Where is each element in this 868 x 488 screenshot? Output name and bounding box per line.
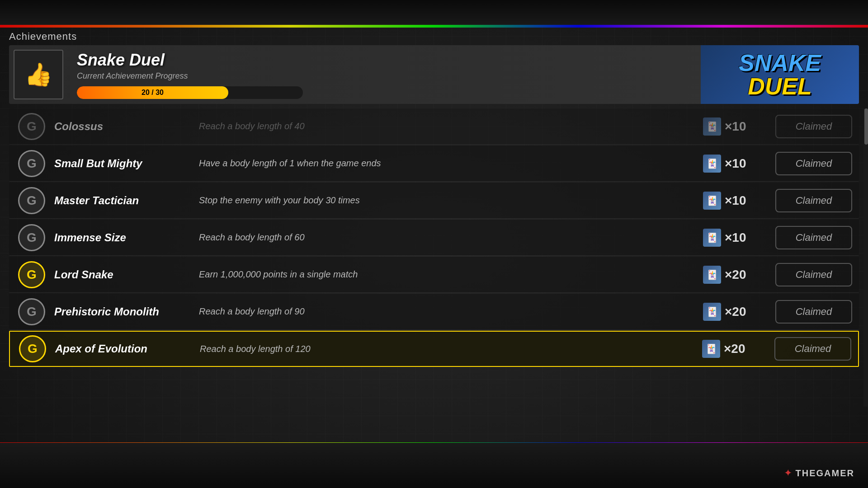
achievement-reward-apex-of-evolution: 🃏 ×20 xyxy=(702,340,774,358)
header-card: 👍 Snake Duel Current Achievement Progres… xyxy=(9,45,859,104)
reward-icon-lord-snake: 🃏 xyxy=(703,266,721,284)
achievement-icon-circle-apex-of-evolution: G xyxy=(19,335,46,362)
thegamer-icon: ✦ xyxy=(784,467,792,479)
achievement-icon-circle-small-but-mighty: G xyxy=(18,150,45,177)
game-title: Snake Duel xyxy=(77,51,692,70)
reward-count-colossus: ×10 xyxy=(725,119,746,134)
achievement-icon-master-tactician: G xyxy=(16,185,47,216)
achievement-icon-lord-snake: G xyxy=(16,259,47,291)
achievement-row-small-but-mighty: G Small But Mighty Have a body length of… xyxy=(9,145,859,182)
game-logo: SNAKE DUEL xyxy=(701,45,859,104)
achievement-row-prehistoric-monolith: G Prehistoric Monolith Reach a body leng… xyxy=(9,294,859,330)
achievement-name-master-tactician: Master Tactician xyxy=(54,194,190,207)
bottom-bar xyxy=(0,443,868,488)
achievement-icon-apex-of-evolution: G xyxy=(17,333,48,365)
achievement-name-lord-snake: Lord Snake xyxy=(54,268,190,281)
achievement-row-immense-size: G Immense Size Reach a body length of 60… xyxy=(9,220,859,256)
logo-line2: DUEL xyxy=(739,75,821,98)
achievement-icon-circle-master-tactician: G xyxy=(18,187,45,214)
progress-container: 20 / 30 xyxy=(77,86,692,99)
achievement-reward-master-tactician: 🃏 ×10 xyxy=(703,192,775,210)
top-bar xyxy=(0,0,868,27)
reward-count-master-tactician: ×10 xyxy=(725,193,746,208)
achievement-row-colossus: G Colossus Reach a body length of 40 🃏 ×… xyxy=(9,108,859,145)
logo-line1: SNAKE xyxy=(739,51,821,75)
achievement-desc-prehistoric-monolith: Reach a body length of 90 xyxy=(190,306,703,317)
achievement-row-lord-snake: G Lord Snake Earn 1,000,000 points in a … xyxy=(9,257,859,293)
reward-icon-colossus: 🃏 xyxy=(703,117,721,136)
progress-bar-fill: 20 / 30 xyxy=(77,86,228,99)
reward-icon-master-tactician: 🃏 xyxy=(703,192,721,210)
achievement-reward-immense-size: 🃏 ×10 xyxy=(703,229,775,247)
reward-count-apex-of-evolution: ×20 xyxy=(724,342,745,356)
thegamer-text: THEGAMER xyxy=(796,468,854,479)
game-icon: 👍 xyxy=(14,50,63,99)
achievement-desc-colossus: Reach a body length of 40 xyxy=(190,121,703,131)
achievement-row-master-tactician: G Master Tactician Stop the enemy with y… xyxy=(9,183,859,219)
reward-icon-prehistoric-monolith: 🃏 xyxy=(703,303,721,321)
claimed-button-lord-snake[interactable]: Claimed xyxy=(775,263,852,286)
achievement-icon-circle-lord-snake: G xyxy=(18,261,45,288)
achievement-icon-circle-prehistoric-monolith: G xyxy=(18,298,45,325)
achievement-desc-small-but-mighty: Have a body length of 1 when the game en… xyxy=(190,158,703,169)
color-strip-top xyxy=(0,25,868,28)
achievement-reward-colossus: 🃏 ×10 xyxy=(703,117,775,136)
achievement-desc-master-tactician: Stop the enemy with your body 30 times xyxy=(190,195,703,206)
achievement-name-immense-size: Immense Size xyxy=(54,231,190,244)
achievement-name-prehistoric-monolith: Prehistoric Monolith xyxy=(54,305,190,318)
achievement-name-colossus: Colossus xyxy=(54,120,190,133)
logo-text: SNAKE DUEL xyxy=(739,51,821,98)
reward-count-small-but-mighty: ×10 xyxy=(725,156,746,171)
claimed-button-master-tactician[interactable]: Claimed xyxy=(775,189,852,212)
achievement-subtitle: Current Achievement Progress xyxy=(77,71,692,81)
progress-label: 20 / 30 xyxy=(142,89,164,97)
achievement-icon-small-but-mighty: G xyxy=(16,148,47,179)
achievement-desc-lord-snake: Earn 1,000,000 points in a single match xyxy=(190,269,703,280)
reward-icon-apex-of-evolution: 🃏 xyxy=(702,340,720,358)
header-text-area: Snake Duel Current Achievement Progress … xyxy=(68,46,701,103)
achievement-icon-immense-size: G xyxy=(16,222,47,253)
achievement-name-apex-of-evolution: Apex of Evolution xyxy=(55,343,191,355)
reward-icon-small-but-mighty: 🃏 xyxy=(703,155,721,173)
reward-count-lord-snake: ×20 xyxy=(725,267,746,282)
achievement-icon-circle-colossus: G xyxy=(18,113,45,140)
scrollbar[interactable] xyxy=(863,108,868,407)
achievement-list: G Colossus Reach a body length of 40 🃏 ×… xyxy=(9,108,859,368)
claimed-button-small-but-mighty[interactable]: Claimed xyxy=(775,152,852,175)
game-icon-symbol: 👍 xyxy=(24,61,52,88)
achievement-icon-circle-immense-size: G xyxy=(18,224,45,251)
achievement-icon-prehistoric-monolith: G xyxy=(16,296,47,328)
claimed-button-prehistoric-monolith[interactable]: Claimed xyxy=(775,300,852,324)
page-title: Achievements xyxy=(9,31,77,42)
progress-bar-background: 20 / 30 xyxy=(77,86,303,99)
achievement-icon-colossus: G xyxy=(16,111,47,142)
claimed-button-immense-size[interactable]: Claimed xyxy=(775,226,852,249)
reward-count-immense-size: ×10 xyxy=(725,230,746,245)
watermark: ✦ THEGAMER xyxy=(784,467,854,479)
achievement-reward-prehistoric-monolith: 🃏 ×20 xyxy=(703,303,775,321)
achievement-desc-apex-of-evolution: Reach a body length of 120 xyxy=(191,344,702,354)
claimed-button-apex-of-evolution[interactable]: Claimed xyxy=(774,337,851,361)
claimed-button-colossus[interactable]: Claimed xyxy=(775,115,852,138)
achievement-reward-small-but-mighty: 🃏 ×10 xyxy=(703,155,775,173)
scrollbar-thumb[interactable] xyxy=(864,108,868,145)
achievement-row-apex-of-evolution: G Apex of Evolution Reach a body length … xyxy=(9,331,859,367)
reward-icon-immense-size: 🃏 xyxy=(703,229,721,247)
achievement-name-small-but-mighty: Small But Mighty xyxy=(54,157,190,170)
reward-count-prehistoric-monolith: ×20 xyxy=(725,305,746,319)
achievement-desc-immense-size: Reach a body length of 60 xyxy=(190,232,703,243)
achievement-reward-lord-snake: 🃏 ×20 xyxy=(703,266,775,284)
